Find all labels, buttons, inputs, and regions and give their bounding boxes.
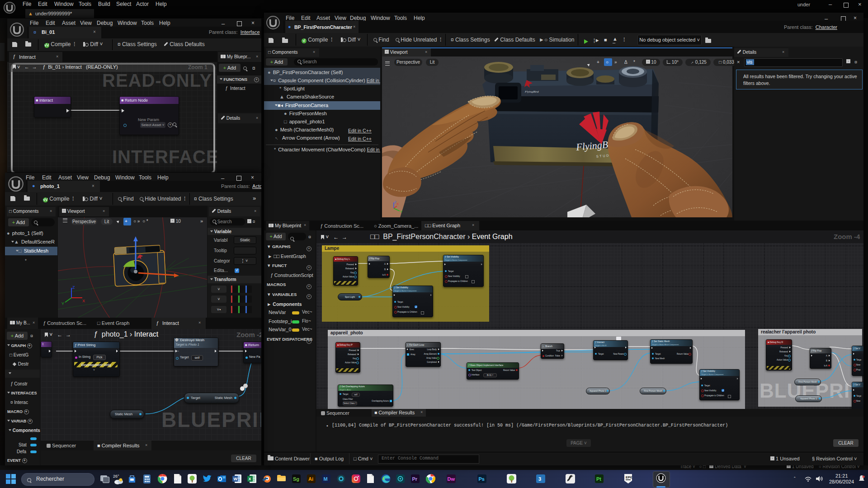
svg-text:Z: Z	[72, 285, 75, 290]
svg-text:Ai: Ai	[308, 476, 313, 482]
svg-text:X: X	[249, 477, 251, 481]
svg-text:W: W	[234, 477, 238, 481]
svg-text:3: 3	[538, 476, 541, 482]
svg-text:Y: Y	[61, 301, 64, 306]
svg-text:Y: Y	[400, 210, 403, 214]
svg-text:FlyingBird: FlyingBird	[524, 90, 539, 94]
svg-text:Dw: Dw	[448, 476, 455, 482]
svg-text:Sg: Sg	[293, 476, 299, 482]
svg-text:X: X	[82, 299, 85, 303]
svg-text:X: X	[396, 202, 399, 206]
svg-text:M: M	[324, 476, 328, 482]
svg-text:Ps: Ps	[479, 476, 485, 482]
svg-text:Pt: Pt	[596, 476, 601, 482]
svg-text:Pr: Pr	[412, 476, 418, 482]
svg-text:EPIC: EPIC	[626, 476, 632, 479]
